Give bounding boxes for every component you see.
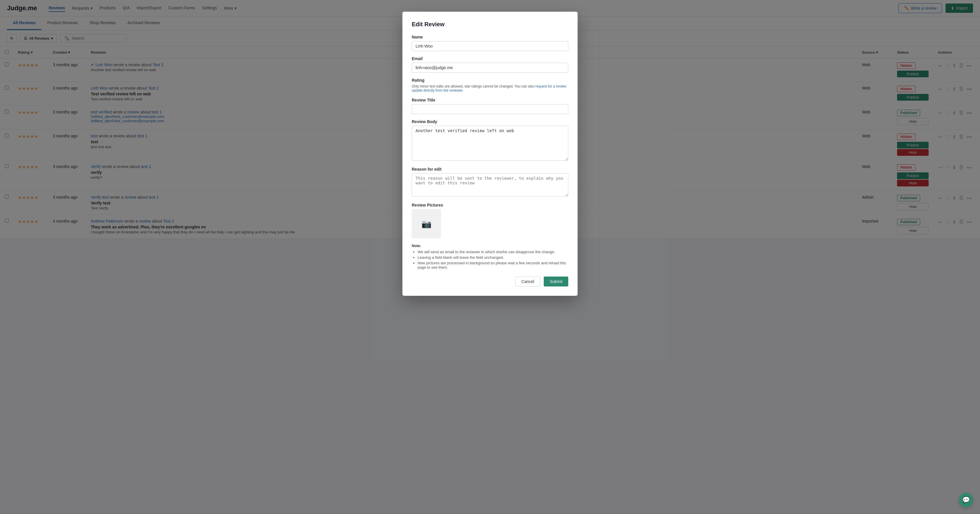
review-title-input[interactable]: [412, 104, 568, 114]
review-title-label: Review Title: [412, 98, 568, 102]
review-title-group: Review Title: [412, 98, 568, 114]
edit-review-modal: Edit Review Name Email Rating Only minor…: [402, 12, 578, 239]
review-body-label: Review Body: [412, 119, 568, 124]
name-label: Name: [412, 35, 568, 40]
pictures-group: Review Pictures 📷: [412, 203, 568, 238]
review-body-input[interactable]: Another test verified review left on web: [412, 126, 568, 161]
picture-placeholder[interactable]: 📷: [412, 209, 441, 238]
pictures-label: Review Pictures: [412, 203, 568, 208]
modal-title: Edit Review: [412, 21, 568, 28]
name-input[interactable]: [412, 41, 568, 51]
email-input[interactable]: [412, 63, 568, 73]
camera-icon: 📷: [422, 219, 431, 229]
review-body-group: Review Body Another test verified review…: [412, 119, 568, 162]
email-label: Email: [412, 56, 568, 61]
reason-group: Reason for edit: [412, 167, 568, 197]
reason-label: Reason for edit: [412, 167, 568, 171]
modal-overlay[interactable]: Edit Review Name Email Rating Only minor…: [0, 0, 980, 239]
rating-note: Only minor text edits are allowed, star …: [412, 84, 568, 92]
rating-label: Rating: [412, 78, 568, 82]
email-group: Email: [412, 56, 568, 73]
name-group: Name: [412, 35, 568, 51]
rating-group: Rating Only minor text edits are allowed…: [412, 78, 568, 92]
reason-input[interactable]: [412, 173, 568, 197]
